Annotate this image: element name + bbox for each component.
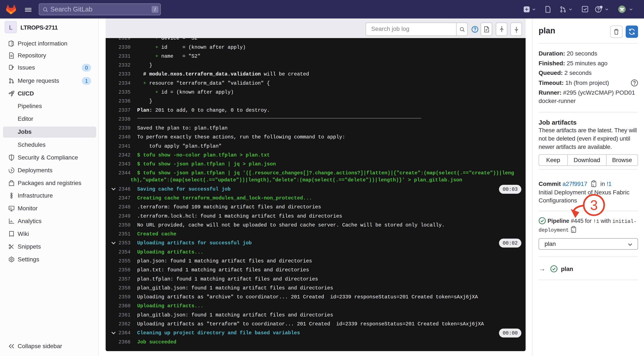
svg-text:3: 3 <box>590 197 598 213</box>
